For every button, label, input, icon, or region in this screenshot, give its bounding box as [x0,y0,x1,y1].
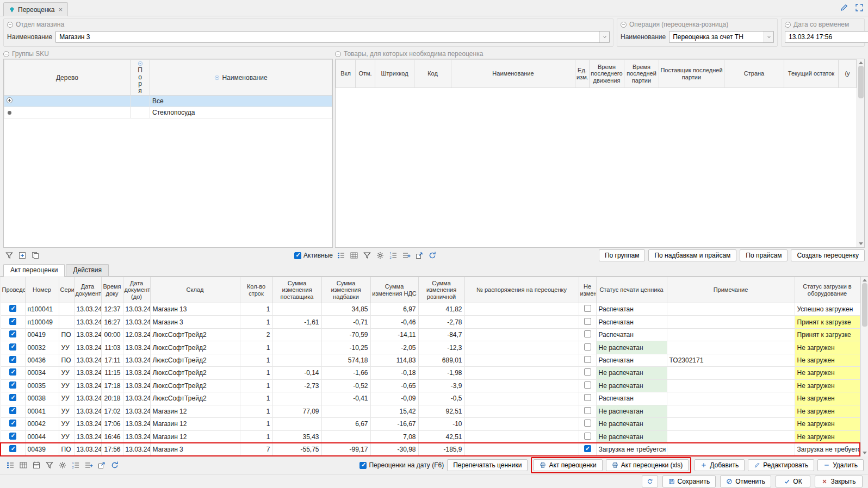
tab-actions[interactable]: Действия [66,264,109,276]
products-column-header[interactable]: Текущий остаток [784,60,839,88]
operation-dropdown-icon[interactable] [764,32,773,42]
save-button[interactable]: Сохранить [662,476,716,487]
products-column-header[interactable]: (у [839,60,857,88]
reprint-price-tags-button[interactable]: Перепечатать ценники [447,459,528,471]
delete-button[interactable]: Удалить [817,459,864,471]
calendar-icon[interactable] [30,459,42,471]
refresh-button[interactable] [642,476,658,487]
filter-icon[interactable] [3,249,15,261]
refresh-icon[interactable] [109,459,121,471]
numbered-list-icon[interactable] [70,459,82,471]
posted-checkbox[interactable] [9,445,16,452]
view-list-icon[interactable] [4,459,16,471]
posted-checkbox[interactable] [9,305,16,312]
products-column-header[interactable]: Время последней партии [624,60,659,88]
posted-checkbox[interactable] [9,330,16,337]
scroll-up-icon[interactable] [859,61,863,64]
posted-checkbox[interactable] [9,407,16,414]
by-markups-pricelists-button[interactable]: По надбавкам и прайсам [648,249,736,261]
products-column-header[interactable]: Штрихкод [375,60,414,88]
expand-node-icon[interactable] [7,97,13,103]
products-column-header[interactable]: Код [414,60,451,88]
acts-row[interactable]: 00041УУ13.03.2417:0213.03.24Магазин 1217… [1,405,860,417]
collapse-icon[interactable] [785,22,791,28]
posted-checkbox[interactable] [9,394,16,401]
rows-icon[interactable] [83,459,95,471]
acts-column-header[interactable]: Сумма изменения НДС [370,277,418,303]
sku-column-order[interactable]: Поря [131,60,150,96]
acts-column-header[interactable]: Дата документа [74,277,101,303]
acts-column-header[interactable]: Примечание [667,277,795,303]
sku-group-row[interactable]: Стеклопосуда [4,107,332,118]
products-scrollbar[interactable] [857,59,864,247]
store-dropdown-icon[interactable] [599,32,609,42]
sku-column-name[interactable]: Наименование [150,60,332,96]
posted-checkbox[interactable] [9,318,16,325]
products-column-header[interactable]: Страна [724,60,784,88]
products-column-header[interactable]: Ед. изм. [575,60,590,88]
acts-column-header[interactable]: Сумма изменения розничной [418,277,464,303]
products-column-header[interactable]: Поставщик последней партии [659,60,724,88]
no-change-checkbox[interactable] [584,330,591,337]
edit-button[interactable]: Редактировать [748,459,814,471]
datetime-input[interactable] [785,31,868,43]
acts-row[interactable]: п10004913.03.2416:2713.03.24Магазин 31-1… [1,316,860,328]
sku-group-row[interactable]: Все [4,96,332,107]
scroll-down-icon[interactable] [863,452,867,454]
acts-column-header[interactable]: Номер [25,277,59,303]
scroll-up-icon[interactable] [863,279,867,281]
no-change-checkbox[interactable] [584,445,591,452]
add-button[interactable]: Добавить [695,459,745,471]
posted-checkbox[interactable] [9,381,16,389]
acts-row[interactable]: 00032УУ13.03.2411:0313.03.24ЛюксСофтТрей… [1,341,860,354]
acts-column-header[interactable]: Склад [150,277,240,303]
export-icon[interactable] [413,249,425,261]
settings-icon[interactable] [57,459,69,471]
posted-checkbox[interactable] [9,420,16,427]
collapse-icon[interactable] [7,22,13,28]
tab-pereocenka[interactable]: Переоценка × [3,2,68,16]
acts-row[interactable]: 00419ПО13.03.2400:0012.03.24ЛюксСофтТрей… [1,328,860,341]
scroll-thumb[interactable] [858,66,864,98]
add-icon[interactable] [16,249,28,261]
filter-icon[interactable] [44,459,55,471]
edit-icon[interactable] [839,2,850,13]
acts-column-header[interactable]: Проведен [1,277,25,303]
acts-column-header[interactable]: Кол-во строк [240,277,272,303]
create-revaluation-button[interactable]: Создать переоценку [791,249,865,261]
posted-checkbox[interactable] [9,343,16,351]
view-grid-icon[interactable] [348,249,360,261]
revaluations-on-date-filter[interactable]: Переоценки на дату (F6) [359,461,444,469]
revaluation-act-xls-button[interactable]: Акт переоценки (xls) [606,459,689,471]
acts-column-header[interactable]: Сумма изменения поставщика [272,277,321,303]
revaluations-on-date-checkbox[interactable] [359,462,367,469]
no-change-checkbox[interactable] [584,407,591,414]
by-pricelists-button[interactable]: По прайсам [740,249,788,261]
posted-checkbox[interactable] [9,356,16,363]
posted-checkbox[interactable] [9,368,16,376]
tab-revaluation-act[interactable]: Акт переоценки [3,264,65,277]
products-column-header[interactable]: Вкл [336,60,356,88]
ok-button[interactable]: ОК [776,476,810,487]
acts-column-header[interactable]: № распоряжения на переоценку [464,277,579,303]
export-icon[interactable] [96,459,108,471]
acts-column-header[interactable]: Статус печати ценника [596,277,667,303]
acts-scrollbar[interactable] [860,277,868,456]
acts-column-header[interactable]: Статус загрузки в оборудование [795,277,860,303]
products-column-header[interactable]: Наименование [451,60,575,88]
close-button[interactable]: Закрыть [815,476,863,487]
collapse-icon[interactable] [335,51,341,57]
fullscreen-icon[interactable] [854,2,865,13]
acts-column-header[interactable]: Не изменять [579,277,596,303]
by-groups-button[interactable]: По группам [599,249,645,261]
copy-icon[interactable] [29,249,41,261]
sku-column-tree[interactable]: Дерево [4,60,131,96]
no-change-checkbox[interactable] [584,343,591,351]
tab-close-icon[interactable]: × [59,6,63,13]
no-change-checkbox[interactable] [584,381,591,389]
scroll-thumb[interactable] [862,283,867,327]
active-filter[interactable]: Активные [294,252,333,259]
rows-icon[interactable] [400,249,412,261]
acts-row[interactable]: 00042УУ13.03.2417:0613.03.24Магазин 1216… [1,418,860,430]
view-list-icon[interactable] [335,249,347,261]
